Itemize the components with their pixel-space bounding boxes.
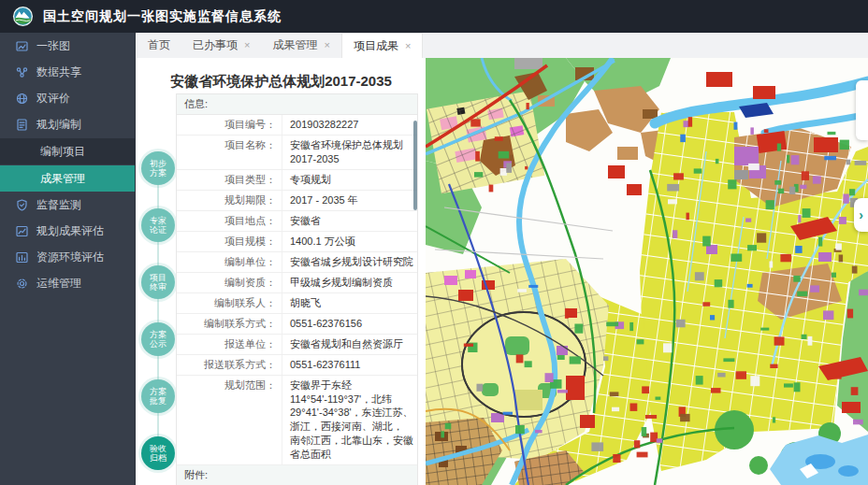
timeline-connector — [157, 163, 159, 462]
sidebar-item-资源环境评估[interactable]: 资源环境评估 — [0, 244, 135, 270]
field-label: 编制联系人： — [177, 293, 282, 313]
timeline-step-项目终审: 项目 终审 — [141, 265, 175, 299]
info-row: 项目名称：安徽省环境保护总体规划2017-2035 — [177, 136, 417, 170]
timeline-step-方案批复: 方案 批复 — [141, 379, 175, 413]
sidebar-item-label: 运维管理 — [36, 276, 81, 292]
field-value: 安徽省 — [282, 211, 417, 231]
tab-项目成果[interactable]: 项目成果× — [341, 33, 423, 58]
tab-成果管理[interactable]: 成果管理× — [261, 33, 340, 58]
field-label: 报送单位： — [177, 335, 282, 354]
tab-close-icon[interactable]: × — [244, 40, 250, 50]
tab-label: 首页 — [148, 37, 170, 53]
project-info-card: 信息: 项目编号：201903282227项目名称：安徽省环境保护总体规划201… — [176, 93, 418, 485]
info-row: 规划范围：安徽界于东经114°54'-119°37'，北纬29°41'-34°3… — [177, 376, 417, 465]
content-area: 首页已办事项×成果管理×项目成果× 安徽省环境保护总体规划2017-2035 初… — [137, 33, 868, 485]
workflow-timeline: 初步 方案专家 论证项目 终审方案 公示方案 批复验收 归档 — [139, 151, 177, 474]
sidebar-item-label: 资源环境评估 — [36, 250, 104, 265]
tab-首页[interactable]: 首页 — [137, 33, 181, 58]
content-body: 安徽省环境保护总体规划2017-2035 初步 方案专家 论证项目 终审方案 公… — [137, 58, 868, 485]
sidebar-subitem-编制项目[interactable]: 编制项目 — [0, 138, 135, 164]
app-header: 国土空间规划一张图实施监督信息系统 — [0, 0, 868, 33]
sidebar-subitem-label: 成果管理 — [40, 171, 85, 187]
info-row: 规划期限：2017 - 2035 年 — [177, 191, 417, 211]
globe-icon — [16, 93, 28, 105]
sidebar-item-规划编制[interactable]: 规划编制 — [0, 111, 135, 137]
map-icon — [16, 40, 28, 52]
field-value: 安徽省规划和自然资源厅 — [282, 335, 417, 354]
sidebar-item-一张图[interactable]: 一张图 — [0, 33, 135, 59]
sidebar-item-label: 一张图 — [36, 38, 70, 54]
shield-icon — [16, 199, 28, 211]
attachments-section-header: 附件: — [177, 465, 417, 485]
field-value: 0551-62376156 — [282, 314, 417, 334]
info-row: 项目规模：1400.1 万公顷 — [177, 232, 417, 252]
chart-bar-icon — [16, 251, 28, 264]
timeline-step-初步方案: 初步 方案 — [141, 151, 175, 185]
field-value: 1400.1 万公顷 — [282, 232, 417, 251]
map-canvas[interactable]: › — [426, 58, 868, 485]
sidebar-nav: 一张图数据共享双评价规划编制编制项目成果管理监督监测规划成果评估资源环境评估运维… — [0, 33, 136, 485]
field-label: 项目名称： — [177, 136, 282, 169]
info-row: 编制单位：安徽省城乡规划设计研究院 — [177, 252, 417, 273]
field-value: 0551-62376111 — [282, 355, 417, 375]
sidebar-item-数据共享[interactable]: 数据共享 — [0, 59, 135, 85]
field-label: 编制联系方式： — [177, 314, 282, 334]
timeline-step-方案公示: 方案 公示 — [141, 322, 175, 356]
sidebar-subitem-成果管理[interactable]: 成果管理 — [0, 165, 135, 192]
field-value: 201903282227 — [282, 115, 417, 135]
tab-close-icon[interactable]: × — [324, 40, 329, 50]
chart-line-icon — [16, 225, 28, 237]
field-value: 专项规划 — [282, 170, 417, 190]
field-value: 安徽省环境保护总体规划2017-2035 — [282, 136, 417, 169]
info-row: 编制联系人：胡晓飞 — [177, 293, 417, 314]
sidebar-item-label: 双评价 — [36, 91, 70, 107]
tab-label: 项目成果 — [354, 38, 398, 54]
sidebar-item-label: 数据共享 — [36, 64, 81, 80]
sidebar-item-监督监测[interactable]: 监督监测 — [0, 192, 135, 218]
field-value: 2017 - 2035 年 — [282, 191, 417, 210]
info-row: 项目地点：安徽省 — [177, 211, 417, 232]
field-value: 甲级城乡规划编制资质 — [282, 273, 417, 292]
field-label: 编制单位： — [177, 252, 282, 272]
info-row: 编制资质：甲级城乡规划编制资质 — [177, 273, 417, 293]
app-window: 国土空间规划一张图实施监督信息系统 一张图数据共享双评价规划编制编制项目成果管理… — [0, 0, 868, 485]
timeline-step-专家论证: 专家 论证 — [141, 208, 175, 242]
field-label: 规划范围： — [177, 376, 282, 464]
field-label: 项目类型： — [177, 170, 282, 190]
field-label: 项目编号： — [177, 115, 282, 135]
share-icon — [16, 66, 28, 78]
landuse-map — [426, 58, 868, 485]
collapsed-legend-panel[interactable] — [856, 80, 868, 140]
app-title: 国土空间规划一张图实施监督信息系统 — [43, 8, 282, 25]
info-row: 编制联系方式：0551-62376156 — [177, 314, 417, 335]
info-row: 报送联系方式：0551-62376111 — [177, 355, 417, 376]
field-label: 项目规模： — [177, 232, 282, 251]
sidebar-item-label: 监督监测 — [36, 197, 81, 213]
sidebar-item-规划成果评估[interactable]: 规划成果评估 — [0, 218, 135, 244]
info-section-header: 信息: — [177, 94, 417, 115]
timeline-step-验收归档: 验收 归档 — [141, 436, 175, 470]
info-row: 项目类型：专项规划 — [177, 170, 417, 191]
field-label: 规划期限： — [177, 191, 282, 210]
sidebar-item-label: 规划成果评估 — [36, 223, 104, 239]
field-label: 编制资质： — [177, 273, 282, 292]
panel-expand-handle[interactable]: › — [854, 198, 868, 232]
field-label: 报送联系方式： — [177, 355, 282, 375]
tab-bar: 首页已办事项×成果管理×项目成果× — [137, 33, 868, 58]
panel-scrollbar[interactable] — [413, 121, 417, 210]
sidebar-item-label: 规划编制 — [36, 117, 81, 133]
gear-icon — [16, 278, 28, 290]
doc-edit-icon — [16, 119, 28, 131]
tab-close-icon[interactable]: × — [405, 41, 411, 51]
field-value: 安徽界于东经114°54'-119°37'，北纬29°41'-34°38'，东连… — [282, 376, 417, 464]
info-row: 报送单位：安徽省规划和自然资源厅 — [177, 335, 417, 355]
tab-已办事项[interactable]: 已办事项× — [181, 33, 261, 58]
tab-label: 已办事项 — [193, 37, 238, 53]
info-row: 项目编号：201903282227 — [177, 115, 417, 136]
info-field-list: 项目编号：201903282227项目名称：安徽省环境保护总体规划2017-20… — [177, 115, 417, 465]
app-logo-icon — [12, 6, 34, 27]
sidebar-item-双评价[interactable]: 双评价 — [0, 85, 135, 111]
sidebar-item-运维管理[interactable]: 运维管理 — [0, 270, 135, 296]
tab-label: 成果管理 — [272, 37, 317, 53]
project-title: 安徽省环境保护总体规划2017-2035 — [137, 73, 426, 91]
